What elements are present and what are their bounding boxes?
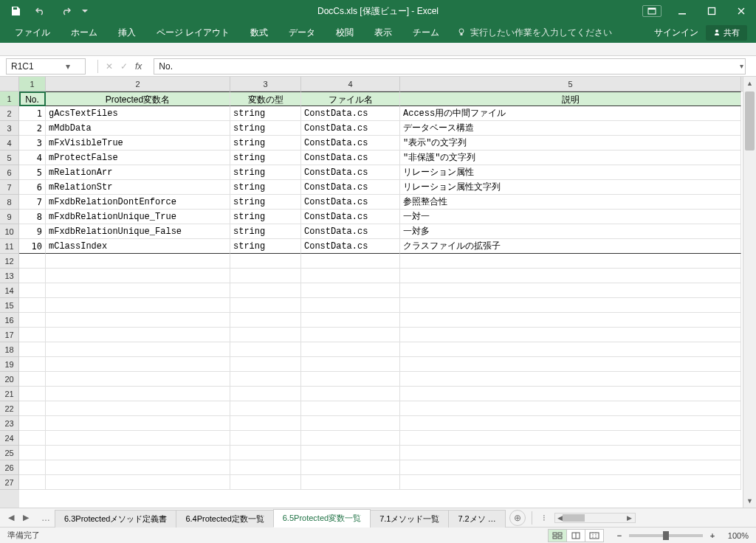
empty-cell[interactable]	[46, 357, 230, 372]
ribbon-tab-page-layout[interactable]: ページ レイアウト	[146, 22, 240, 44]
vertical-scrollbar[interactable]: ▲ ▼	[743, 77, 756, 508]
data-cell[interactable]: ConstData.cs	[301, 239, 400, 254]
vertical-scroll-thumb[interactable]	[745, 91, 755, 151]
data-cell[interactable]: 2	[19, 121, 46, 136]
ribbon-tab-insert[interactable]: 挿入	[108, 22, 146, 44]
empty-cell[interactable]	[230, 431, 301, 446]
scroll-right-icon[interactable]: ▶	[625, 514, 635, 522]
data-cell[interactable]: mFxdbRelationUnique_False	[46, 224, 230, 239]
empty-cell[interactable]	[400, 446, 741, 460]
row-header[interactable]: 15	[0, 298, 19, 313]
row-header[interactable]: 17	[0, 328, 19, 342]
empty-cell[interactable]	[46, 401, 230, 416]
empty-cell[interactable]	[301, 269, 400, 283]
empty-cell[interactable]	[301, 387, 400, 401]
data-cell[interactable]: "表示"の文字列	[400, 136, 741, 151]
empty-cell[interactable]	[230, 460, 301, 475]
empty-cell[interactable]	[19, 475, 46, 490]
empty-cell[interactable]	[19, 416, 46, 431]
empty-cell[interactable]	[301, 446, 400, 460]
row-header[interactable]: 19	[0, 357, 19, 372]
empty-cell[interactable]	[301, 475, 400, 490]
empty-cell[interactable]	[230, 401, 301, 416]
empty-cell[interactable]	[400, 254, 741, 269]
row-header[interactable]: 14	[0, 283, 19, 298]
empty-cell[interactable]	[230, 283, 301, 298]
data-cell[interactable]: string	[230, 224, 301, 239]
empty-cell[interactable]	[301, 460, 400, 475]
data-cell[interactable]: Access用の中間ファイル	[400, 106, 741, 121]
row-header[interactable]: 7	[0, 180, 19, 195]
empty-cell[interactable]	[19, 372, 46, 387]
empty-cell[interactable]	[19, 328, 46, 342]
row-header[interactable]: 21	[0, 387, 19, 401]
empty-cell[interactable]	[230, 313, 301, 328]
empty-cell[interactable]	[400, 431, 741, 446]
empty-cell[interactable]	[400, 298, 741, 313]
data-cell[interactable]: クラスファイルの拡張子	[400, 239, 741, 254]
data-cell[interactable]: string	[230, 151, 301, 165]
data-cell[interactable]: 9	[19, 224, 46, 239]
cancel-formula-button[interactable]: ✕	[106, 61, 113, 72]
empty-cell[interactable]	[46, 431, 230, 446]
empty-cell[interactable]	[230, 254, 301, 269]
row-header[interactable]: 20	[0, 372, 19, 387]
new-sheet-button[interactable]: ⊕	[509, 510, 526, 526]
select-all-corner[interactable]	[0, 77, 19, 91]
empty-cell[interactable]	[19, 446, 46, 460]
header-cell[interactable]: 変数の型	[230, 91, 301, 106]
data-cell[interactable]: mMdbData	[46, 121, 230, 136]
empty-cell[interactable]	[19, 342, 46, 357]
sheet-overflow-left[interactable]: …	[37, 513, 55, 523]
empty-cell[interactable]	[46, 416, 230, 431]
data-cell[interactable]: 1	[19, 106, 46, 121]
data-cell[interactable]: string	[230, 195, 301, 210]
sheet-nav-prev-button[interactable]: ◀	[4, 513, 18, 522]
empty-cell[interactable]	[400, 416, 741, 431]
empty-cell[interactable]	[46, 269, 230, 283]
empty-cell[interactable]	[46, 328, 230, 342]
empty-cell[interactable]	[301, 401, 400, 416]
empty-cell[interactable]	[301, 416, 400, 431]
data-cell[interactable]: リレーション属性文字列	[400, 180, 741, 195]
empty-cell[interactable]	[301, 254, 400, 269]
row-header[interactable]: 6	[0, 165, 19, 180]
empty-cell[interactable]	[46, 387, 230, 401]
data-cell[interactable]: string	[230, 239, 301, 254]
data-cell[interactable]: ConstData.cs	[301, 106, 400, 121]
name-box-dropdown-icon[interactable]: ▾	[46, 61, 85, 72]
row-header[interactable]: 5	[0, 151, 19, 165]
empty-cell[interactable]	[301, 431, 400, 446]
ribbon-tab-data[interactable]: データ	[278, 22, 326, 44]
zoom-out-button[interactable]: −	[614, 531, 625, 540]
redo-button[interactable]	[55, 0, 77, 22]
empty-cell[interactable]	[230, 416, 301, 431]
data-cell[interactable]: ConstData.cs	[301, 210, 400, 224]
qat-customize-button[interactable]	[80, 0, 90, 22]
empty-cell[interactable]	[46, 372, 230, 387]
column-header[interactable]: 5	[400, 77, 741, 91]
page-layout-view-button[interactable]	[566, 529, 585, 542]
empty-cell[interactable]	[19, 401, 46, 416]
data-cell[interactable]: mClassIndex	[46, 239, 230, 254]
data-cell[interactable]: 8	[19, 210, 46, 224]
empty-cell[interactable]	[301, 298, 400, 313]
data-cell[interactable]: 一対一	[400, 210, 741, 224]
row-header[interactable]: 22	[0, 401, 19, 416]
empty-cell[interactable]	[46, 283, 230, 298]
header-cell[interactable]: No.	[19, 91, 46, 106]
row-header[interactable]: 13	[0, 269, 19, 283]
data-cell[interactable]: ConstData.cs	[301, 180, 400, 195]
empty-cell[interactable]	[19, 298, 46, 313]
empty-cell[interactable]	[230, 298, 301, 313]
data-cell[interactable]: 一対多	[400, 224, 741, 239]
share-button[interactable]: 共有	[706, 25, 747, 41]
sign-in-link[interactable]: サインイン	[654, 27, 698, 39]
data-cell[interactable]: 3	[19, 136, 46, 151]
row-header[interactable]: 4	[0, 136, 19, 151]
empty-cell[interactable]	[19, 269, 46, 283]
ribbon-tab-review[interactable]: 校閲	[326, 22, 364, 44]
maximize-button[interactable]	[697, 0, 726, 22]
row-header[interactable]: 16	[0, 313, 19, 328]
data-cell[interactable]: ConstData.cs	[301, 136, 400, 151]
